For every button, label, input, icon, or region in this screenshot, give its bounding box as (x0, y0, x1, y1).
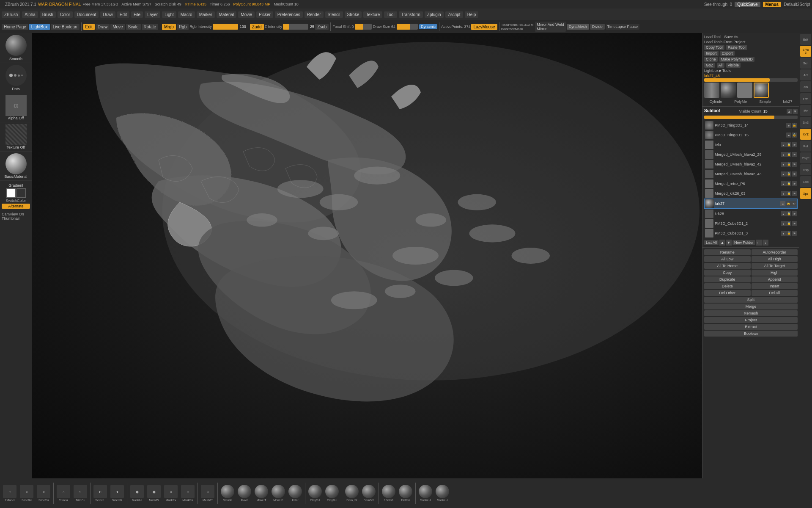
zadd-button[interactable]: Zadd (250, 24, 264, 30)
make-polymesh-button[interactable]: Make PolyMesh3D (719, 57, 755, 62)
tool-trimcu[interactable]: ⧢ TrimCu (72, 484, 88, 502)
append-button[interactable]: Append (752, 276, 798, 282)
boolean-button[interactable]: Boolean (704, 331, 798, 337)
subtool-item-hlava42[interactable]: Merged_UMesh_hlava2_42 ● 🔒 👁 (704, 160, 798, 169)
cam-view-on-label[interactable]: CamView On (2, 212, 30, 216)
list-up-button[interactable]: ▲ (719, 240, 725, 246)
insert-button[interactable]: Insert (752, 283, 798, 289)
tool-claybui[interactable]: ClayBui (324, 484, 340, 502)
basic-material-item[interactable]: BasicMaterial (0, 152, 32, 181)
tool-damstz[interactable]: DamStz (361, 484, 377, 502)
tool-damst[interactable]: Dam_St (344, 484, 360, 502)
subtool-up-button[interactable]: ▲ (787, 109, 792, 114)
alternate-button[interactable]: Alternate (2, 204, 30, 209)
subtool-item-ring14[interactable]: PM3D_Ring3D1_14 ● 🔒 (704, 121, 798, 130)
eye2-icon-telo[interactable]: 👁 (792, 142, 797, 147)
swatch-dark[interactable] (16, 188, 26, 198)
subtool-item-hlava29[interactable]: Merged_UMesh_hlava2_29 ● 🔒 👁 (704, 150, 798, 159)
copy-button[interactable]: Copy (704, 270, 751, 276)
eye-icon-retez[interactable]: ● (781, 181, 786, 186)
menu-macro[interactable]: Macro (178, 11, 195, 18)
smooth-brush-item[interactable]: Smooth (0, 33, 32, 63)
tool-slicere[interactable]: ⊕ SliceRe (19, 484, 35, 502)
move-icon-btn[interactable]: Mv (800, 105, 811, 116)
polyf-icon-btn[interactable]: PolyF (800, 152, 811, 163)
mrgb-button[interactable]: Mrgb (162, 24, 176, 30)
menu-document[interactable]: Document (74, 11, 99, 18)
eye-icon-telo[interactable]: ● (781, 142, 786, 147)
tool-slicecu[interactable]: ⊗ SliceCu (36, 484, 52, 502)
load-project-text[interactable]: Load Tools From Project (704, 40, 745, 44)
scale-button[interactable]: Scale (126, 24, 141, 30)
paste-tool-button[interactable]: Paste Tool (726, 45, 747, 50)
eye-icon-hlava43[interactable]: ● (781, 171, 786, 177)
menu-zplugin[interactable]: Zplugin (425, 11, 444, 18)
menu-stencil[interactable]: Stencil (325, 11, 343, 18)
menu-movie[interactable]: Movie (238, 11, 255, 18)
eye-icon-ring15[interactable]: ● (786, 133, 791, 138)
folder-down-button[interactable]: ↓ (763, 240, 768, 246)
subtool-item-krk28[interactable]: krk28 ● 🔒 👁 (704, 209, 798, 218)
tool-inflat[interactable]: Inflat (287, 484, 303, 502)
eye2-icon-hlava42[interactable]: 👁 (792, 162, 797, 167)
dynamic-button[interactable]: Dynamic (419, 24, 437, 29)
menu-zscript[interactable]: Zscript (445, 11, 463, 18)
eye-icon-krk27[interactable]: ● (780, 201, 785, 206)
lock-icon-hlava29[interactable]: 🔒 (786, 152, 791, 157)
dynmesh-button[interactable]: DynaMesh (567, 24, 589, 30)
subtool-item-cube3[interactable]: PM3D_Cube3D1_3 ● 🔒 👁 (704, 229, 798, 238)
lock-icon-retez[interactable]: 🔒 (786, 181, 791, 186)
new-folder-button[interactable]: New Folder (732, 240, 755, 245)
krk27-slider[interactable] (704, 78, 798, 82)
export-button[interactable]: Export (720, 51, 735, 56)
load-tool-text[interactable]: Load Tool (704, 35, 721, 39)
tool-thumb-2[interactable] (721, 83, 736, 98)
subtool-item-ring15[interactable]: PM3D_Ring3D1_15 ● 🔒 (704, 130, 798, 140)
menu-stroke[interactable]: Stroke (345, 11, 362, 18)
clone-button[interactable]: Clone (704, 57, 718, 62)
del-all-button[interactable]: Del All (752, 290, 798, 296)
eye2-icon-cube3[interactable]: 👁 (792, 231, 797, 236)
lock-icon-krk27[interactable]: 🔒 (786, 201, 791, 206)
lock-icon-ring15[interactable]: 🔒 (792, 133, 797, 138)
focal-slider[interactable] (355, 24, 372, 30)
eye-icon-krk26[interactable]: ● (781, 191, 786, 196)
all-low-button[interactable]: All Low (704, 256, 751, 262)
remesh-button[interactable]: Remesh (704, 310, 798, 316)
tool-maskla[interactable]: ⬤ MaskLa (129, 484, 145, 502)
tool-claytut[interactable]: ClayTut (307, 484, 323, 502)
high-button[interactable]: High (752, 270, 798, 276)
draw-button[interactable]: Draw (96, 24, 110, 30)
eye-icon-cube2[interactable]: ● (781, 221, 786, 226)
spix-icon-btn[interactable]: SPix3 (800, 46, 811, 57)
import-button[interactable]: Import (704, 51, 719, 56)
divide-button[interactable]: Divide (590, 24, 605, 30)
tool-maskex[interactable]: ◉ MaskEx (163, 484, 179, 502)
all-high-button[interactable]: All High (752, 256, 798, 262)
dots-item[interactable]: Dots (0, 63, 32, 93)
list-all-button[interactable]: List All (704, 240, 719, 245)
menu-help[interactable]: Help (465, 11, 479, 18)
draw-size-slider[interactable] (397, 24, 418, 30)
rotate-icon-btn[interactable]: Rot (800, 141, 811, 152)
xpose-icon-btn[interactable]: Xps (800, 188, 811, 199)
subtool-item-krk27[interactable]: krk27 ● 🔒 👁 (704, 199, 798, 209)
visible-count-slider[interactable] (704, 116, 798, 119)
subtool-item-retez[interactable]: Merged_retez_P6 ● 🔒 👁 (704, 179, 798, 188)
menu-picker[interactable]: Picker (256, 11, 273, 18)
eye-icon-krk28[interactable]: ● (781, 211, 786, 216)
all-to-home-button[interactable]: All To Home (704, 263, 751, 269)
tool-movet[interactable]: Move T (253, 484, 269, 502)
tool-thumb-3[interactable] (737, 83, 752, 98)
lazy-mouse-button[interactable]: LazyMouse (471, 24, 497, 30)
menu-draw[interactable]: Draw (100, 11, 115, 18)
tool-thumb-4[interactable] (754, 83, 769, 98)
rotate-button[interactable]: Rotate (142, 24, 158, 30)
subtool-item-cube2[interactable]: PM3D_Cube3D1_2 ● 🔒 👁 (704, 219, 798, 228)
eye2-icon-hlava43[interactable]: 👁 (792, 171, 797, 177)
tool-trimla[interactable]: △ TrimLa (55, 484, 71, 502)
rgb-button[interactable]: Rgb (177, 24, 189, 30)
lock-icon-hlava43[interactable]: 🔒 (786, 171, 791, 177)
menu-layer[interactable]: Layer (145, 11, 160, 18)
duplicate-button[interactable]: Duplicate (704, 276, 751, 282)
